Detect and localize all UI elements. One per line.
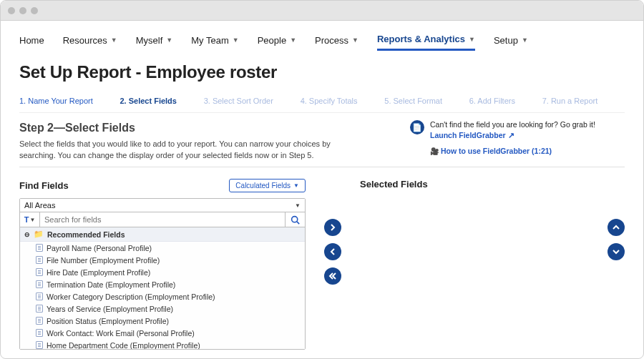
svg-line-1 <box>297 222 299 224</box>
fieldgrabber-video-link[interactable]: 🎥 How to use FieldGrabber (1:21) <box>430 147 552 155</box>
wizard-step: 3. Select Sort Order <box>204 92 301 112</box>
remove-field-button[interactable] <box>324 243 341 260</box>
nav-people[interactable]: People▼ <box>258 34 296 51</box>
add-field-button[interactable] <box>324 219 341 236</box>
svg-point-0 <box>292 216 298 222</box>
video-icon: 🎥 <box>430 147 439 155</box>
chevron-down-icon <box>613 248 620 255</box>
magnifier-icon <box>291 215 300 225</box>
wizard-step: 5. Select Format <box>384 92 469 112</box>
transfer-buttons <box>316 179 350 350</box>
selected-fields-title: Selected Fields <box>360 179 428 190</box>
wizard-step: 7. Run a Report <box>542 92 625 112</box>
find-box: All Areas ▼ T▼ ⊖ <box>19 198 306 350</box>
field-icon <box>36 244 43 252</box>
field-item[interactable]: Hire Date (Employment Profile) <box>20 266 305 278</box>
chevron-up-icon <box>613 224 620 231</box>
double-chevron-left-icon <box>328 272 337 280</box>
field-item[interactable]: File Number (Employment Profile) <box>20 254 305 266</box>
wizard-steps: 1. Name Your Report2. Select Fields3. Se… <box>19 92 625 113</box>
field-icon <box>36 256 43 264</box>
caret-down-icon: ▼ <box>166 36 172 44</box>
window-min-dot[interactable] <box>19 7 26 14</box>
field-item[interactable]: Home Department Code (Employment Profile… <box>20 339 305 349</box>
fieldgrabber-box: 📄 Can't find the field you are looking f… <box>410 120 625 155</box>
nav-my-team[interactable]: My Team▼ <box>191 34 238 51</box>
dual-list-panels: Find Fields Calculated Fields▼ All Areas… <box>19 167 625 350</box>
field-icon <box>36 305 43 313</box>
nav-myself[interactable]: Myself▼ <box>136 34 172 51</box>
caret-down-icon: ▼ <box>233 36 239 44</box>
field-icon <box>36 329 43 337</box>
field-icon <box>36 268 43 276</box>
window-max-dot[interactable] <box>31 7 38 14</box>
nav-home[interactable]: Home <box>19 34 44 51</box>
calculated-fields-button[interactable]: Calculated Fields▼ <box>229 179 306 192</box>
window-close-dot[interactable] <box>8 7 15 14</box>
step-help-block: Step 2—Select Fields Select the fields t… <box>19 120 356 161</box>
folder-icon: 📁 <box>34 230 44 239</box>
caret-down-icon: ▼ <box>290 36 296 44</box>
selected-fields-panel: Selected Fields <box>360 179 625 350</box>
fieldgrabber-icon: 📄 <box>410 120 424 134</box>
field-icon <box>36 317 43 325</box>
text-filter-button[interactable]: T▼ <box>20 212 40 227</box>
collapse-icon: ⊖ <box>24 231 30 238</box>
step-header: Step 2—Select Fields Select the fields t… <box>19 113 625 167</box>
field-item[interactable]: Years of Service (Employment Profile) <box>20 303 305 315</box>
field-item[interactable]: Position Status (Employment Profile) <box>20 315 305 327</box>
search-button[interactable] <box>285 212 305 227</box>
move-up-button[interactable] <box>608 219 625 236</box>
page-title: Set Up Report - Employee roster <box>19 58 625 92</box>
launch-fieldgrabber-link[interactable]: Launch FieldGrabber ↗ <box>430 131 514 139</box>
area-select[interactable]: All Areas ▼ <box>20 199 305 212</box>
fieldgrabber-hint: Can't find the field you are looking for… <box>430 120 625 129</box>
top-nav: HomeResources▼Myself▼My Team▼People▼Proc… <box>19 21 625 58</box>
wizard-step: 6. Add Filters <box>469 92 542 112</box>
search-input[interactable] <box>40 212 285 227</box>
external-icon: ↗ <box>508 131 514 139</box>
nav-reports-analytics[interactable]: Reports & Analytics▼ <box>377 34 475 51</box>
window-titlebar <box>1 1 643 21</box>
wizard-step: 4. Specify Totals <box>301 92 385 112</box>
app-window: HomeResources▼Myself▼My Team▼People▼Proc… <box>0 0 644 359</box>
step-description: Select the fields that you would like to… <box>19 139 356 161</box>
field-icon <box>36 280 43 288</box>
caret-down-icon: ▼ <box>111 36 117 44</box>
reorder-buttons <box>608 219 625 260</box>
field-item[interactable]: Work Contact: Work Email (Personal Profi… <box>20 327 305 339</box>
caret-down-icon: ▼ <box>293 182 299 189</box>
nav-process[interactable]: Process▼ <box>315 34 358 51</box>
fields-tree[interactable]: ⊖ 📁 Recommended Fields Payroll Name (Per… <box>20 227 305 349</box>
chevron-left-icon <box>329 248 336 255</box>
nav-setup[interactable]: Setup▼ <box>494 34 528 51</box>
field-icon <box>36 292 43 300</box>
field-item[interactable]: Worker Category Description (Employment … <box>20 290 305 303</box>
remove-all-button[interactable] <box>324 267 341 285</box>
find-fields-panel: Find Fields Calculated Fields▼ All Areas… <box>19 179 306 350</box>
wizard-step[interactable]: 2. Select Fields <box>119 92 203 112</box>
caret-down-icon: ▼ <box>522 36 528 44</box>
wizard-step[interactable]: 1. Name Your Report <box>19 92 119 112</box>
field-icon <box>36 341 43 349</box>
chevron-right-icon <box>329 224 336 231</box>
caret-down-icon: ▼ <box>29 217 35 223</box>
nav-resources[interactable]: Resources▼ <box>63 34 117 51</box>
field-item[interactable]: Termination Date (Employment Profile) <box>20 278 305 290</box>
caret-down-icon: ▼ <box>352 36 358 44</box>
caret-down-icon: ▼ <box>469 36 475 43</box>
tree-group-recommended[interactable]: ⊖ 📁 Recommended Fields <box>20 227 305 242</box>
content-area: HomeResources▼Myself▼My Team▼People▼Proc… <box>1 21 643 359</box>
caret-down-icon: ▼ <box>295 202 301 209</box>
search-row: T▼ <box>20 212 305 227</box>
field-item[interactable]: Payroll Name (Personal Profile) <box>20 242 305 254</box>
find-fields-title: Find Fields <box>19 180 69 191</box>
move-down-button[interactable] <box>608 243 625 260</box>
step-title: Step 2—Select Fields <box>19 120 356 136</box>
